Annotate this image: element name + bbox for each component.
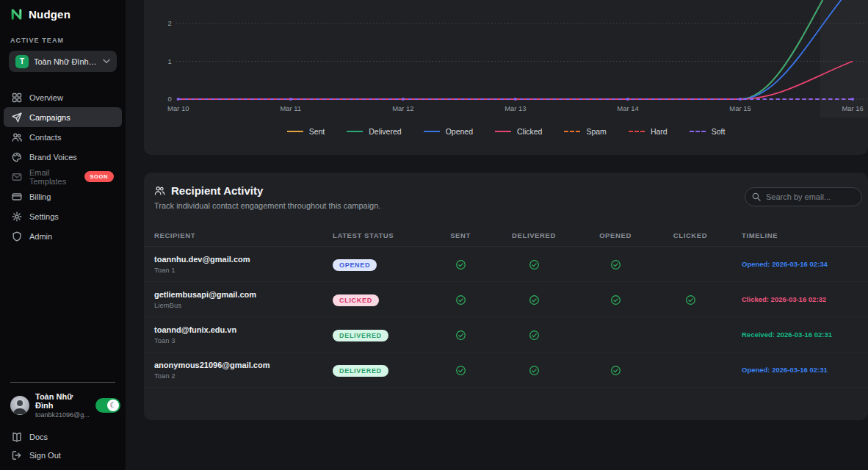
x-axis-tick: Mar 11 bbox=[280, 104, 301, 112]
legend-item-clicked[interactable]: Clicked bbox=[495, 127, 542, 136]
y-axis-tick: 1 bbox=[168, 57, 172, 65]
sidebar-item-contacts[interactable]: Contacts bbox=[0, 127, 126, 147]
series-opened bbox=[178, 0, 853, 99]
chevron-down-icon bbox=[103, 59, 110, 64]
main-content: 012Mar 10Mar 11Mar 12Mar 13Mar 14Mar 15M… bbox=[126, 0, 868, 470]
mail-icon bbox=[12, 172, 22, 182]
data-point bbox=[851, 98, 854, 101]
search-icon bbox=[752, 192, 761, 201]
x-axis-tick: Mar 16 bbox=[842, 104, 863, 112]
avatar bbox=[10, 396, 29, 415]
column-header-recipient: RECIPIENT bbox=[144, 231, 333, 239]
check-icon bbox=[610, 259, 621, 270]
legend-item-spam[interactable]: Spam bbox=[564, 127, 606, 136]
legend-item-delivered[interactable]: Delivered bbox=[347, 127, 401, 136]
palette-icon bbox=[12, 152, 22, 162]
section-title: Recipient Activity bbox=[171, 184, 263, 197]
recipient-email: toannhu.dev@gmail.com bbox=[154, 255, 333, 264]
column-header-timeline: TIMELINE bbox=[720, 231, 868, 239]
user-row: Toàn Nhữ Đình toanbk21096@g... ☾ bbox=[10, 392, 117, 419]
team-avatar: T bbox=[15, 55, 29, 68]
recipients-icon bbox=[154, 185, 165, 196]
soon-badge: SOON bbox=[84, 171, 115, 182]
sidebar: Nudgen ACTIVE TEAM T Toàn Nhữ Đình's ...… bbox=[0, 0, 126, 470]
column-header-delivered: DELIVERED bbox=[497, 231, 571, 239]
legend-swatch bbox=[287, 131, 303, 132]
table-row[interactable]: toannhu.dev@gmail.com Toan 1 OPENED Open… bbox=[144, 247, 868, 282]
check-icon bbox=[455, 330, 466, 341]
legend-item-opened[interactable]: Opened bbox=[424, 127, 473, 136]
timeline-text: Clicked: 2026-03-16 02:32 bbox=[720, 295, 868, 303]
sidebar-item-settings[interactable]: Settings bbox=[0, 206, 126, 226]
series-clicked bbox=[178, 62, 853, 100]
timeline-text: Opened: 2026-03-16 02:34 bbox=[720, 260, 868, 268]
moon-icon: ☾ bbox=[107, 400, 119, 411]
legend-item-soft[interactable]: Soft bbox=[690, 127, 726, 136]
recipient-email: getliembusapi@gmail.com bbox=[154, 290, 333, 299]
y-axis-tick: 2 bbox=[168, 19, 172, 27]
sidebar-item-billing[interactable]: Billing bbox=[0, 187, 126, 206]
data-point bbox=[626, 98, 629, 101]
column-header-sent: SENT bbox=[424, 231, 497, 239]
recipient-activity-card: Recipient Activity Track individual cont… bbox=[144, 173, 868, 420]
team-selector[interactable]: T Toàn Nhữ Đình's ... bbox=[9, 51, 117, 72]
legend-swatch bbox=[564, 131, 580, 132]
team-name: Toàn Nhữ Đình's ... bbox=[34, 57, 98, 66]
x-axis-tick: Mar 12 bbox=[392, 104, 413, 112]
sidebar-item-campaigns[interactable]: Campaigns bbox=[4, 107, 122, 127]
docs-icon bbox=[12, 432, 22, 442]
recipient-email: anonymous21096@gmail.com bbox=[154, 361, 333, 369]
x-axis-tick: Mar 13 bbox=[504, 104, 526, 112]
sidebar-divider bbox=[10, 382, 115, 383]
status-badge: DELIVERED bbox=[333, 365, 388, 377]
column-header-clicked: CLICKED bbox=[660, 231, 720, 239]
series-sent bbox=[178, 0, 853, 99]
x-axis-tick: Mar 15 bbox=[729, 104, 751, 112]
data-point bbox=[739, 98, 742, 101]
engagement-chart[interactable]: 012Mar 10Mar 11Mar 12Mar 13Mar 14Mar 15M… bbox=[144, 0, 868, 118]
grid-icon bbox=[12, 93, 22, 103]
search-input[interactable] bbox=[745, 187, 862, 206]
check-icon bbox=[529, 330, 540, 341]
x-axis-tick: Mar 14 bbox=[617, 104, 638, 112]
table-header: RECIPIENTLATEST STATUSSENTDELIVEREDOPENE… bbox=[144, 224, 868, 247]
sidebar-item-brand-voices[interactable]: Brand Voices bbox=[0, 147, 126, 167]
legend-swatch bbox=[690, 131, 706, 132]
legend-swatch bbox=[629, 131, 645, 132]
sidebar-item-overview[interactable]: Overview bbox=[0, 87, 126, 107]
table-row[interactable]: anonymous21096@gmail.com Toan 2 DELIVERE… bbox=[144, 352, 868, 388]
sidebar-footer: Docs Sign Out bbox=[0, 427, 126, 464]
check-icon bbox=[455, 294, 466, 306]
table-body: toannhu.dev@gmail.com Toan 1 OPENED Open… bbox=[144, 247, 868, 388]
app-title: Nudgen bbox=[29, 8, 70, 21]
legend-item-sent[interactable]: Sent bbox=[287, 127, 325, 136]
section-subtitle: Track individual contact engagement thro… bbox=[154, 201, 380, 210]
column-header-latest-status: LATEST STATUS bbox=[333, 231, 424, 239]
legend-item-hard[interactable]: Hard bbox=[629, 127, 668, 136]
check-icon bbox=[455, 365, 466, 376]
legend-swatch bbox=[347, 131, 363, 132]
sidebar-nav: Overview Campaigns Contacts Brand Voices… bbox=[0, 87, 126, 246]
docs-button[interactable]: Docs bbox=[0, 427, 126, 446]
sidebar-item-admin[interactable]: Admin bbox=[0, 226, 126, 246]
engagement-chart-card: 012Mar 10Mar 11Mar 12Mar 13Mar 14Mar 15M… bbox=[144, 0, 868, 155]
data-point bbox=[514, 98, 517, 101]
sidebar-item-email-templates[interactable]: Email Templates SOON bbox=[0, 167, 126, 187]
table-row[interactable]: toannd@funix.edu.vn Toan 3 DELIVERED Rec… bbox=[144, 317, 868, 352]
timeline-text: Received: 2026-03-16 02:31 bbox=[720, 330, 868, 339]
recipient-email: toannd@funix.edu.vn bbox=[154, 325, 333, 334]
shield-icon bbox=[12, 231, 22, 242]
data-point bbox=[289, 98, 292, 101]
status-badge: CLICKED bbox=[333, 294, 379, 306]
check-icon bbox=[685, 294, 696, 306]
table-row[interactable]: getliembusapi@gmail.com LiemBus CLICKED … bbox=[144, 282, 868, 317]
check-icon bbox=[455, 259, 466, 270]
active-team-label: ACTIVE TEAM bbox=[10, 37, 115, 44]
logo: Nudgen bbox=[0, 0, 126, 21]
sign-out-button[interactable]: Sign Out bbox=[0, 446, 126, 464]
recipient-name: Toan 3 bbox=[154, 336, 333, 344]
users-icon bbox=[12, 132, 22, 142]
check-icon bbox=[529, 294, 540, 306]
check-icon bbox=[610, 365, 621, 376]
theme-toggle[interactable]: ☾ bbox=[95, 398, 120, 413]
